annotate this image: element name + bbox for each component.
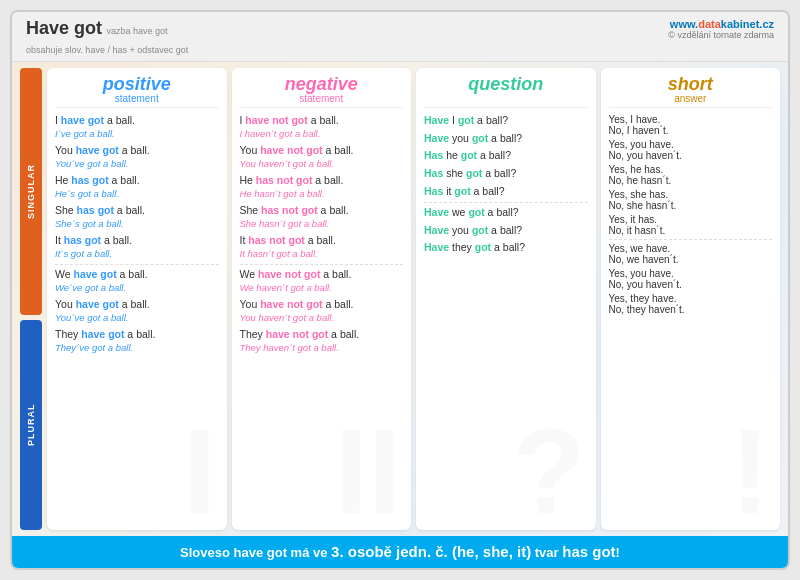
short-entry-2: Yes, you have. No, you haven´t. <box>609 139 773 161</box>
positive-alt-1: I´ve got a ball. <box>55 128 219 140</box>
question-entry-6: Have we got a ball? <box>424 206 588 220</box>
short-answer-column: short answer Yes, I have. No, I haven´t.… <box>601 68 781 530</box>
short-title: short <box>609 74 773 95</box>
positive-alt-5: It´s got a ball. <box>55 248 219 260</box>
short-divider <box>609 239 773 240</box>
negative-title: negative <box>240 74 404 95</box>
negative-main-1: I have not got a ball. <box>240 114 404 128</box>
short-no-5: No, it hasn´t. <box>609 225 773 236</box>
positive-header: positive statement <box>55 74 219 108</box>
negative-entry-3: He has not got a ball. He hasn´t got a b… <box>240 174 404 200</box>
positive-entry-6: We have got a ball. We´ve got a ball. <box>55 268 219 294</box>
short-yes-4: Yes, she has. <box>609 189 773 200</box>
positive-alt-2: You´ve got a ball. <box>55 158 219 170</box>
header: Have got vazba have got obsahuje slov. h… <box>12 12 788 62</box>
negative-entry-6: We have not got a ball. We haven´t got a… <box>240 268 404 294</box>
negative-entry-7: You have not got a ball. You haven´t got… <box>240 298 404 324</box>
negative-column: negative statement I have not got a ball… <box>232 68 412 530</box>
positive-entry-8: They have got a ball. They´ve got a ball… <box>55 328 219 354</box>
positive-entry-3: He has got a ball. He´s got a ball. <box>55 174 219 200</box>
positive-main-7: You have got a ball. <box>55 298 219 312</box>
short-yes-2: Yes, you have. <box>609 139 773 150</box>
positive-alt-3: He´s got a ball. <box>55 188 219 200</box>
negative-alt-8: They haven´t got a ball. <box>240 342 404 354</box>
negative-alt-3: He hasn´t got a ball. <box>240 188 404 200</box>
short-yes-8: Yes, they have. <box>609 293 773 304</box>
negative-main-5: It has not got a ball. <box>240 234 404 248</box>
negative-main-8: They have not got a ball. <box>240 328 404 342</box>
short-subtitle: answer <box>609 93 773 104</box>
negative-entry-1: I have not got a ball. I haven´t got a b… <box>240 114 404 140</box>
negative-main-3: He has not got a ball. <box>240 174 404 188</box>
question-main-5: Has it got a ball? <box>424 185 588 199</box>
negative-entry-8: They have not got a ball. They haven´t g… <box>240 328 404 354</box>
positive-main-1: I have got a ball. <box>55 114 219 128</box>
negative-entry-2: You have not got a ball. You haven´t got… <box>240 144 404 170</box>
short-entry-3: Yes, he has. No, he hasn´t. <box>609 164 773 186</box>
question-column: question Have I got a ball? Have you got… <box>416 68 596 530</box>
positive-alt-6: We´ve got a ball. <box>55 282 219 294</box>
negative-divider <box>240 264 404 265</box>
columns-container: positive statement I have got a ball. I´… <box>47 68 780 530</box>
positive-divider <box>55 264 219 265</box>
footer-text: Sloveso have got má ve 3. osobě jedn. č.… <box>180 545 620 560</box>
page-title: Have got <box>26 18 102 38</box>
header-left: Have got vazba have got obsahuje slov. h… <box>26 18 188 57</box>
negative-alt-2: You haven´t got a ball. <box>240 158 404 170</box>
question-entry-3: Has he got a ball? <box>424 149 588 163</box>
short-entry-5: Yes, it has. No, it hasn´t. <box>609 214 773 236</box>
short-yes-3: Yes, he has. <box>609 164 773 175</box>
footer-highlight: 3. osobě jedn. č. (he, she, it) <box>331 543 531 560</box>
short-yes-6: Yes, we have. <box>609 243 773 254</box>
positive-entry-2: You have got a ball. You´ve got a ball. <box>55 144 219 170</box>
brand-logo: www.datakabinet.cz <box>668 18 774 30</box>
positive-title: positive <box>55 74 219 95</box>
question-main-4: Has she got a ball? <box>424 167 588 181</box>
question-main-6: Have we got a ball? <box>424 206 588 220</box>
negative-header: negative statement <box>240 74 404 108</box>
header-subtitle-bottom: obsahuje slov. have / has + odstavec got <box>26 45 188 55</box>
short-no-1: No, I haven´t. <box>609 125 773 136</box>
positive-subtitle: statement <box>55 93 219 104</box>
negative-entry-4: She has not got a ball. She hasn´t got a… <box>240 204 404 230</box>
question-main-3: Has he got a ball? <box>424 149 588 163</box>
footer: Sloveso have got má ve 3. osobě jedn. č.… <box>12 536 788 568</box>
positive-entry-4: She has got a ball. She´s got a ball. <box>55 204 219 230</box>
plural-label: PLURAL <box>20 320 42 530</box>
short-entry-7: Yes, you have. No, you haven´t. <box>609 268 773 290</box>
singular-label: SINGULAR <box>20 68 42 315</box>
negative-alt-7: You haven´t got a ball. <box>240 312 404 324</box>
short-no-2: No, you haven´t. <box>609 150 773 161</box>
negative-alt-1: I haven´t got a ball. <box>240 128 404 140</box>
negative-main-4: She has not got a ball. <box>240 204 404 218</box>
short-no-8: No, they haven´t. <box>609 304 773 315</box>
question-entry-7: Have you got a ball? <box>424 224 588 238</box>
short-entry-1: Yes, I have. No, I haven´t. <box>609 114 773 136</box>
negative-alt-4: She hasn´t got a ball. <box>240 218 404 230</box>
positive-main-8: They have got a ball. <box>55 328 219 342</box>
positive-alt-7: You´ve got a ball. <box>55 312 219 324</box>
short-entry-6: Yes, we have. No, we haven´t. <box>609 243 773 265</box>
positive-entry-1: I have got a ball. I´ve got a ball. <box>55 114 219 140</box>
negative-main-7: You have not got a ball. <box>240 298 404 312</box>
short-entry-8: Yes, they have. No, they haven´t. <box>609 293 773 315</box>
question-entry-2: Have you got a ball? <box>424 132 588 146</box>
question-main-1: Have I got a ball? <box>424 114 588 128</box>
positive-main-5: It has got a ball. <box>55 234 219 248</box>
positive-main-3: He has got a ball. <box>55 174 219 188</box>
question-main-8: Have they got a ball? <box>424 241 588 255</box>
positive-alt-8: They´ve got a ball. <box>55 342 219 354</box>
short-yes-7: Yes, you have. <box>609 268 773 279</box>
negative-main-6: We have not got a ball. <box>240 268 404 282</box>
negative-subtitle: statement <box>240 93 404 104</box>
negative-entry-5: It has not got a ball. It hasn´t got a b… <box>240 234 404 260</box>
positive-entry-7: You have got a ball. You´ve got a ball. <box>55 298 219 324</box>
short-no-3: No, he hasn´t. <box>609 175 773 186</box>
question-entry-1: Have I got a ball? <box>424 114 588 128</box>
question-title: question <box>424 74 588 95</box>
positive-column: positive statement I have got a ball. I´… <box>47 68 227 530</box>
brand-tagline: © vzdělání tornate zdarma <box>668 30 774 40</box>
positive-main-6: We have got a ball. <box>55 268 219 282</box>
page: Have got vazba have got obsahuje slov. h… <box>10 10 790 570</box>
short-yes-1: Yes, I have. <box>609 114 773 125</box>
